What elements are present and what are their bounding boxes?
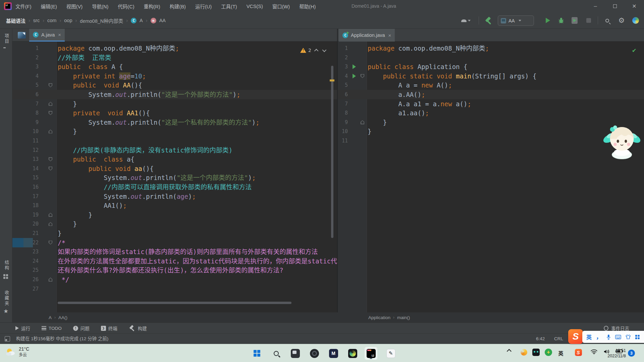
plugin-sphere-button[interactable] [631, 12, 640, 28]
toolwindow-button-build[interactable]: 构建 [129, 325, 147, 331]
line-number[interactable]: 13 [12, 155, 39, 164]
notification-badge[interactable]: 3 [628, 350, 635, 357]
wifi-icon[interactable] [590, 349, 598, 354]
code-line[interactable]: 10 } [12, 127, 337, 136]
weather-widget[interactable]: 21°C 多云 [5, 346, 29, 357]
breadcrumb-class[interactable]: A [49, 315, 52, 320]
code-line[interactable]: 4 public static void main(String[] args)… [338, 71, 644, 81]
code-line[interactable]: 3public class A { [12, 62, 337, 71]
line-number[interactable]: 11 [12, 136, 39, 145]
skin-shirt-icon[interactable] [626, 335, 631, 339]
line-number[interactable]: 24 [12, 256, 39, 266]
menu-item[interactable]: 运行(U) [195, 3, 212, 10]
code-line[interactable]: 14 public void aa(){ [12, 164, 337, 173]
microphone-icon[interactable] [606, 334, 611, 340]
ime-language-toggle[interactable]: 英 [586, 333, 592, 341]
breadcrumb-item[interactable]: 基础语法 [6, 17, 25, 24]
code-line[interactable]: 27 [12, 284, 337, 294]
line-number[interactable]: 6 [12, 90, 39, 99]
build-hammer-icon[interactable] [484, 12, 493, 28]
structure-icon[interactable] [3, 274, 8, 279]
code-line[interactable]: 23如果内部类的修饰词是static(静态内部类的话)则内部里面所有与外部类有关… [12, 247, 337, 256]
line-number[interactable]: 2 [12, 53, 39, 62]
line-number[interactable]: 5 [12, 80, 39, 90]
star-icon[interactable]: ★ [3, 308, 8, 315]
taskbar-app-pen-icon[interactable]: ✎ [384, 347, 397, 360]
code-line[interactable]: 26 */ [12, 275, 337, 284]
line-number[interactable]: 7 [338, 99, 348, 109]
status-message[interactable]: 构建在 1秒156毫秒 中成功完成 (12 分钟 之前) [16, 334, 108, 344]
fold-icon[interactable] [49, 129, 52, 133]
fold-icon[interactable] [49, 241, 52, 245]
tab-list-icon[interactable] [18, 32, 26, 39]
line-number[interactable]: 8 [338, 108, 348, 118]
sogou-logo-icon[interactable]: S [568, 329, 583, 344]
tray-sogou-icon[interactable]: S [574, 349, 582, 356]
line-number[interactable]: 9 [12, 118, 39, 127]
tray-tiger-icon[interactable] [532, 349, 540, 356]
search-everywhere-button[interactable] [603, 12, 611, 28]
editor-application-java[interactable]: ✔ 1package com.oop.demo08_N种内部类;23public… [338, 42, 644, 312]
line-number[interactable]: 1 [12, 44, 39, 53]
menu-item[interactable]: 视图(V) [66, 3, 83, 10]
line-number[interactable]: 4 [12, 71, 39, 81]
breadcrumb-item[interactable]: AA [159, 18, 166, 23]
line-number[interactable]: 23 [12, 247, 39, 256]
code-line[interactable]: 2 [338, 53, 644, 62]
prev-warning-icon[interactable] [314, 49, 318, 53]
code-line[interactable]: 11 [338, 136, 644, 145]
run-gutter-icon[interactable] [353, 74, 356, 78]
code-line[interactable]: 22/* [12, 238, 337, 247]
breadcrumb-member[interactable]: AA() [58, 315, 67, 320]
tray-language-indicator[interactable]: 英 [557, 350, 565, 357]
taskbar-app-swirl-icon[interactable] [346, 347, 359, 360]
code-line[interactable]: 21} [12, 229, 337, 238]
breadcrumb-item[interactable]: oop [64, 18, 72, 23]
run-gutter-icon[interactable] [353, 64, 356, 69]
fold-icon[interactable] [49, 167, 52, 171]
line-number[interactable]: 26 [12, 275, 39, 284]
breadcrumb-class[interactable]: Application [368, 315, 390, 320]
caret-position[interactable]: 6:42 [536, 334, 545, 344]
horizontal-scrollbar[interactable] [58, 302, 291, 304]
taskbar-app-window-icon[interactable] [289, 347, 302, 360]
code-line[interactable]: 6 a.AA(); [338, 90, 644, 99]
inspection-widget[interactable]: 2 [300, 46, 325, 54]
taskbar-search-button[interactable] [270, 347, 282, 360]
line-number[interactable]: 5 [338, 80, 348, 90]
fold-icon[interactable] [49, 102, 52, 106]
line-number[interactable]: 3 [12, 62, 39, 71]
toolwindow-button-run[interactable]: 运行 [15, 325, 30, 331]
menu-item[interactable]: 代码(C) [118, 3, 134, 10]
sidebar-item-favorites[interactable]: 收藏夹 [3, 290, 10, 306]
maximize-button[interactable] [605, 0, 625, 12]
tray-swirl-icon[interactable] [520, 349, 528, 356]
menu-item[interactable]: 工具(T) [221, 3, 237, 10]
toolwindow-toggle-icon[interactable] [5, 336, 10, 342]
line-number[interactable]: 21 [12, 229, 39, 238]
menu-item[interactable]: VCS(S) [247, 4, 263, 9]
fold-icon[interactable] [49, 278, 52, 282]
menu-item[interactable]: 帮助(H) [299, 3, 316, 10]
code-line[interactable]: 7 A.a a1 = a.new a(); [338, 99, 644, 109]
code-line[interactable]: 15 System.out.println("这是一个内部类的方法"); [12, 173, 337, 182]
taskbar-app-navy-icon[interactable]: M [327, 347, 340, 360]
code-line[interactable]: 5 public void AA(){ [12, 80, 337, 90]
hidden-icons-chevron[interactable] [506, 349, 513, 352]
stop-button[interactable] [585, 12, 592, 28]
menu-item[interactable]: 文件(F) [15, 3, 32, 10]
breadcrumb-member[interactable]: main() [397, 315, 410, 320]
breadcrumb-item[interactable]: A [140, 18, 143, 23]
code-line[interactable]: 12 //内部类(非静态内部类，没有static修饰词的内部类) [12, 145, 337, 155]
line-number[interactable]: 9 [338, 118, 348, 127]
line-number[interactable]: 3 [338, 62, 348, 71]
minimize-button[interactable]: ─ [586, 0, 605, 12]
code-line[interactable]: 19 } [12, 210, 337, 220]
run-button[interactable] [544, 12, 551, 28]
taskbar-app-dark-circle-icon[interactable] [308, 347, 321, 360]
fold-icon[interactable] [49, 157, 52, 161]
close-button[interactable]: ✕ [625, 0, 644, 12]
keyboard-icon[interactable] [615, 335, 621, 339]
code-line[interactable]: 17 System.out.println(age); [12, 192, 337, 201]
line-number[interactable]: 8 [12, 108, 39, 118]
